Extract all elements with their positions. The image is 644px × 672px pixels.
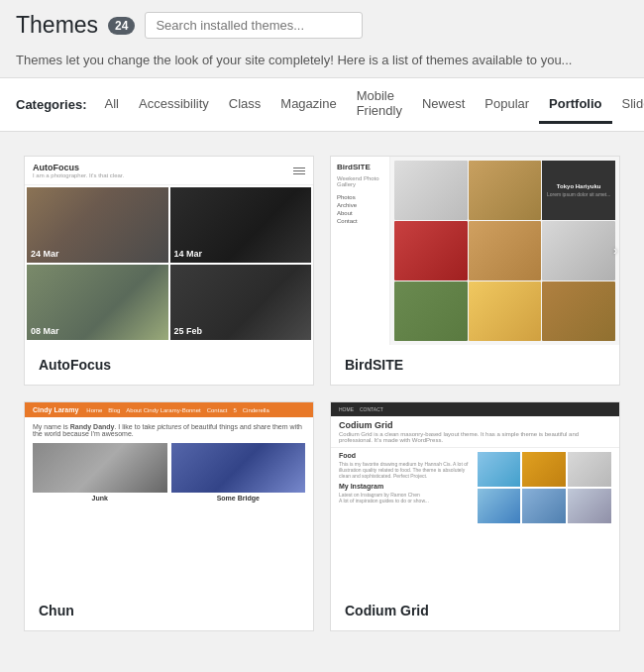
autofocus-preview: AutoFocus I am a photographer. It's that… [25,157,313,345]
autofocus-name: AutoFocus [25,345,313,385]
page-title: Themes [16,12,98,39]
cat-portfolio[interactable]: Portfolio [539,86,611,124]
birdsite-preview: BirdSITE Weekend Photo Gallery Photos Ar… [331,157,619,345]
categories-label: Categories: [16,87,87,122]
cat-mobile-friendly[interactable]: Mobile Friendly [347,78,412,131]
cat-accessibility[interactable]: Accessibility [129,86,219,124]
theme-card-chun[interactable]: Cindy Laramy Home Blog About Cindy Laram… [24,401,314,631]
search-input[interactable] [145,12,363,39]
header: Themes 24 [0,0,644,49]
cat-all[interactable]: All [95,86,129,124]
theme-card-birdsite[interactable]: BirdSITE Weekend Photo Gallery Photos Ar… [330,156,620,386]
cat-magazine[interactable]: Magazine [270,86,346,124]
cat-class[interactable]: Class [219,86,271,124]
themes-grid: AutoFocus I am a photographer. It's that… [0,132,644,655]
chun-name: Chun [25,591,313,630]
theme-card-autofocus[interactable]: AutoFocus I am a photographer. It's that… [24,156,314,386]
theme-card-codium-grid[interactable]: HOME CONTACT Codium Grid Codium Grid is … [330,401,620,631]
codium-preview: HOME CONTACT Codium Grid Codium Grid is … [331,402,619,591]
cat-newest[interactable]: Newest [412,86,475,124]
subtitle: Themes let you change the look of your s… [0,49,644,77]
cat-slider[interactable]: Slider [612,86,644,124]
cat-popular[interactable]: Popular [475,86,539,124]
birdsite-name: BirdSITE [331,345,619,385]
theme-count-badge: 24 [108,17,135,35]
categories-bar: Categories: All Accessibility Class Maga… [0,77,644,132]
codium-grid-name: Codium Grid [331,591,619,630]
chun-preview: Cindy Laramy Home Blog About Cindy Laram… [25,402,313,591]
